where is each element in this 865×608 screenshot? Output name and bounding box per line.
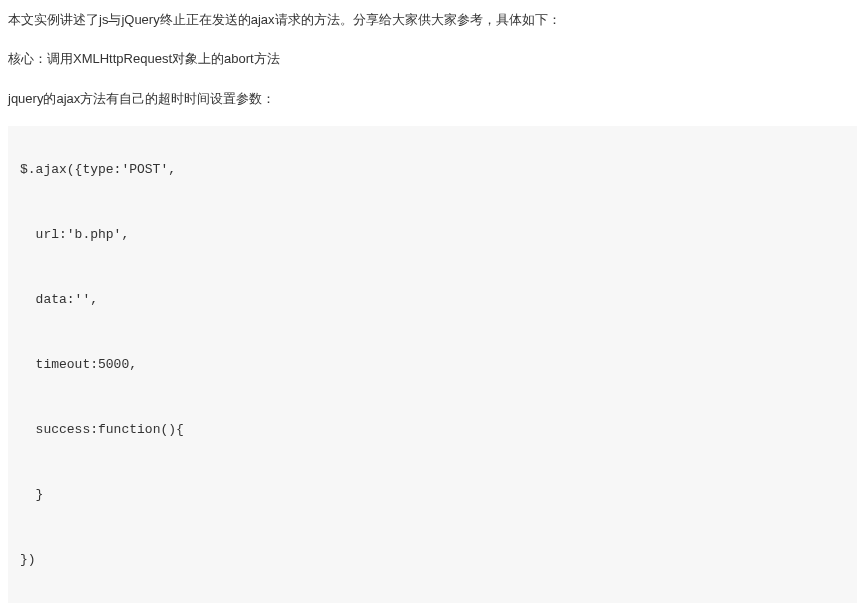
code-line: data:'', [20,290,845,310]
code-line: } [20,485,845,505]
code-line: }) [20,550,845,570]
code-line: success:function(){ [20,420,845,440]
code-line: $.ajax({type:'POST', [20,160,845,180]
code-block-ajax: $.ajax({type:'POST', url:'b.php', data:'… [8,126,857,603]
code-line: timeout:5000, [20,355,845,375]
paragraph-intro: 本文实例讲述了js与jQuery终止正在发送的ajax请求的方法。分享给大家供大… [8,8,857,31]
paragraph-jquery-param: jquery的ajax方法有自己的超时时间设置参数： [8,87,857,110]
paragraph-core: 核心：调用XMLHttpRequest对象上的abort方法 [8,47,857,70]
code-line: url:'b.php', [20,225,845,245]
